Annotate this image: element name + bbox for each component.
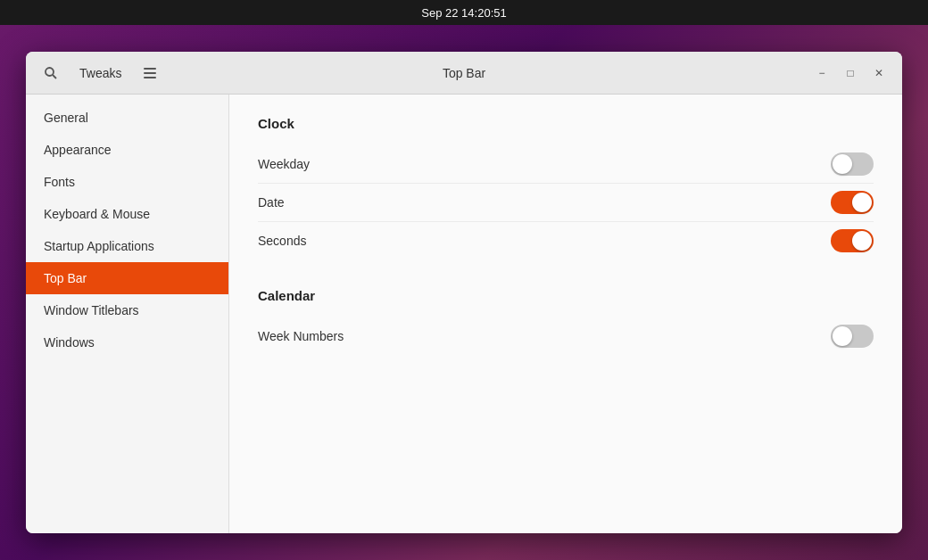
desktop-area: Tweaks Top Bar − □ ✕ GeneralAppearanceFo…: [0, 25, 928, 560]
toggle-date[interactable]: [831, 191, 874, 214]
svg-line-1: [53, 75, 56, 78]
search-icon: [44, 66, 58, 80]
setting-row-seconds: Seconds: [258, 222, 874, 259]
window-section-title: Top Bar: [443, 66, 485, 80]
toggle-weekday[interactable]: [831, 152, 874, 176]
search-button[interactable]: [37, 59, 65, 87]
clock-section-title: Clock: [258, 116, 874, 131]
sidebar-item-windows[interactable]: Windows: [26, 326, 228, 358]
calendar-section: Calendar Week Numbers: [258, 288, 874, 355]
main-content: Clock WeekdayDateSeconds Calendar Week N…: [229, 95, 902, 533]
toggle-seconds[interactable]: [831, 229, 874, 252]
sidebar-item-fonts[interactable]: Fonts: [26, 166, 228, 198]
system-bar: Sep 22 14:20:51: [0, 0, 928, 25]
sidebar-item-keyboard-mouse[interactable]: Keyboard & Mouse: [26, 198, 228, 230]
title-bar: Tweaks Top Bar − □ ✕: [26, 52, 902, 95]
window-controls: − □ ✕: [809, 61, 891, 86]
svg-point-0: [46, 68, 54, 76]
setting-row-week-numbers: Week Numbers: [258, 317, 874, 355]
setting-label-week-numbers: Week Numbers: [258, 329, 344, 343]
app-window: Tweaks Top Bar − □ ✕ GeneralAppearanceFo…: [26, 52, 902, 533]
title-bar-left: Tweaks: [37, 59, 164, 87]
content-area: GeneralAppearanceFontsKeyboard & MouseSt…: [26, 95, 902, 533]
menu-button[interactable]: [136, 59, 164, 87]
setting-label-date: Date: [258, 195, 285, 210]
sidebar-item-top-bar[interactable]: Top Bar: [26, 262, 228, 294]
maximize-button[interactable]: □: [838, 61, 863, 86]
setting-row-date: Date: [258, 184, 874, 222]
calendar-section-title: Calendar: [258, 288, 874, 303]
system-datetime: Sep 22 14:20:51: [421, 6, 506, 20]
sidebar-item-startup-applications[interactable]: Startup Applications: [26, 230, 228, 262]
setting-label-seconds: Seconds: [258, 234, 306, 248]
clock-section: Clock WeekdayDateSeconds: [258, 116, 874, 259]
sidebar: GeneralAppearanceFontsKeyboard & MouseSt…: [26, 95, 229, 533]
app-title: Tweaks: [72, 66, 128, 80]
setting-label-weekday: Weekday: [258, 157, 310, 171]
hamburger-icon: [144, 68, 156, 78]
sidebar-item-general[interactable]: General: [26, 102, 228, 134]
setting-row-weekday: Weekday: [258, 145, 874, 184]
sidebar-item-window-titlebars[interactable]: Window Titlebars: [26, 294, 228, 326]
minimize-button[interactable]: −: [809, 61, 834, 86]
toggle-week-numbers[interactable]: [831, 325, 874, 348]
sidebar-item-appearance[interactable]: Appearance: [26, 134, 228, 166]
close-button[interactable]: ✕: [866, 61, 891, 86]
